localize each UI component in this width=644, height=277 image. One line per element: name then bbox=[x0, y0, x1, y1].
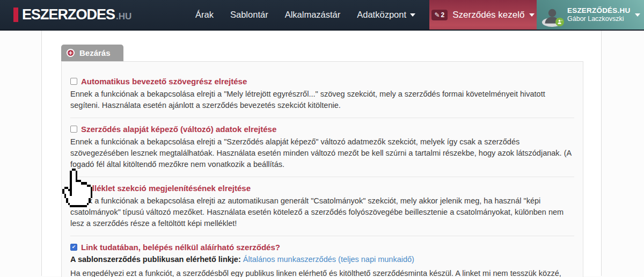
nav-link-label: Alkalmazástár bbox=[285, 10, 341, 20]
checkbox-hide-variable-data[interactable]: ✔ bbox=[70, 126, 77, 133]
option-description: Ennek a funkciónak a bekapcsolása elrejt… bbox=[70, 89, 574, 111]
pen-icon: ✎ bbox=[435, 12, 440, 18]
tab-bezaras[interactable]: + Bezárás bbox=[61, 45, 123, 61]
public-link-row: A sablonszerződés publikusan elérhető li… bbox=[70, 254, 574, 265]
nav-link-label: Sablontár bbox=[230, 10, 268, 20]
public-link-prefix: A sablonszerződés publikusan elérhető li… bbox=[70, 255, 241, 264]
option-label-row[interactable]: ✔ Link tudatában, belépés nélkül aláírha… bbox=[70, 243, 574, 252]
check-icon: ✔ bbox=[72, 245, 76, 250]
nav-link-label: Árak bbox=[195, 10, 214, 20]
option-description: Ennek a funkciónak a bekapcsolása elrejt… bbox=[70, 136, 574, 170]
option-hide-attachment-section: ✔ Melléklet szekció megjelenítésének elr… bbox=[70, 177, 574, 236]
user-menu[interactable]: ESZERZŐDÉS.HU Gábor Laczkovszki bbox=[537, 0, 644, 30]
option-label: Automatikus bevezető szövegrész elrejtés… bbox=[81, 77, 247, 86]
checkbox-hide-intro[interactable]: ✔ bbox=[70, 78, 77, 85]
template-contract-link[interactable]: Általános munkaszerződés (teljes napi mu… bbox=[243, 255, 414, 264]
user-info: ESZERZŐDÉS.HU Gábor Laczkovszki bbox=[567, 6, 630, 23]
content-container: + Bezárás ✔ Automatikus bevezető szövegr… bbox=[41, 31, 602, 276]
main-nav: Árak Sablontár Alkalmazástár Adatközpont bbox=[195, 10, 415, 20]
user-plus-badge-icon bbox=[555, 18, 564, 26]
plus-circle-icon: + bbox=[67, 49, 75, 57]
avatar bbox=[542, 5, 562, 25]
tab-label: Bezárás bbox=[79, 48, 111, 57]
option-label: Melléklet szekció megjelenítésének elrej… bbox=[81, 184, 251, 193]
option-link-signable: ✔ Link tudatában, belépés nélkül aláírha… bbox=[70, 236, 574, 277]
logo[interactable]: ESZERZODES .HU bbox=[0, 6, 131, 23]
user-name: Gábor Laczkovszki bbox=[567, 15, 630, 23]
option-label: Szerződés alapját képező (változó) adato… bbox=[81, 125, 276, 134]
option-label-row[interactable]: ✔ Szerződés alapját képező (változó) ada… bbox=[70, 125, 574, 134]
badge-count: 2 bbox=[441, 11, 445, 19]
option-hide-variable-data: ✔ Szerződés alapját képező (változó) ada… bbox=[70, 118, 574, 177]
option-label-row[interactable]: ✔ Melléklet szekció megjelenítésének elr… bbox=[70, 184, 574, 193]
nav-link-adatkozpont[interactable]: Adatközpont bbox=[357, 10, 415, 20]
chevron-down-icon bbox=[529, 13, 535, 17]
chevron-down-icon bbox=[635, 13, 640, 17]
nav-link-arak[interactable]: Árak bbox=[195, 10, 214, 20]
contract-manager-button[interactable]: ✎ 2 Szerződés kezelő bbox=[429, 0, 537, 30]
page-background: + Bezárás ✔ Automatikus bevezető szövegr… bbox=[0, 31, 644, 276]
manager-button-label: Szerződés kezelő bbox=[452, 10, 524, 20]
nav-link-label: Adatközpont bbox=[357, 10, 406, 20]
option-description: Ennek a funkciónak a bekapcsolása elrejt… bbox=[70, 195, 574, 229]
contract-count-badge: ✎ 2 bbox=[431, 10, 448, 20]
settings-panel: ✔ Automatikus bevezető szövegrész elrejt… bbox=[61, 61, 583, 277]
chevron-down-icon bbox=[410, 13, 415, 17]
option-label-row[interactable]: ✔ Automatikus bevezető szövegrész elrejt… bbox=[70, 77, 574, 86]
user-org: ESZERZŐDÉS.HU bbox=[567, 6, 630, 15]
checkbox-link-signable[interactable]: ✔ bbox=[70, 244, 77, 251]
option-description: Ha engedélyezi ezt a funkciót, a szerződ… bbox=[70, 268, 574, 277]
logo-text: ESZERZODES bbox=[22, 6, 115, 23]
option-label: Link tudatában, belépés nélkül aláírható… bbox=[81, 243, 280, 252]
option-hide-intro: ✔ Automatikus bevezető szövegrész elrejt… bbox=[70, 77, 574, 118]
nav-link-sablontar[interactable]: Sablontár bbox=[230, 10, 268, 20]
logo-accent-bar bbox=[13, 8, 18, 22]
logo-suffix: .HU bbox=[116, 11, 131, 22]
nav-link-alkalmazastar[interactable]: Alkalmazástár bbox=[285, 10, 341, 20]
top-navbar: ESZERZODES .HU Árak Sablontár Alkalmazás… bbox=[0, 0, 644, 31]
checkbox-hide-attachment-section[interactable]: ✔ bbox=[70, 185, 77, 192]
